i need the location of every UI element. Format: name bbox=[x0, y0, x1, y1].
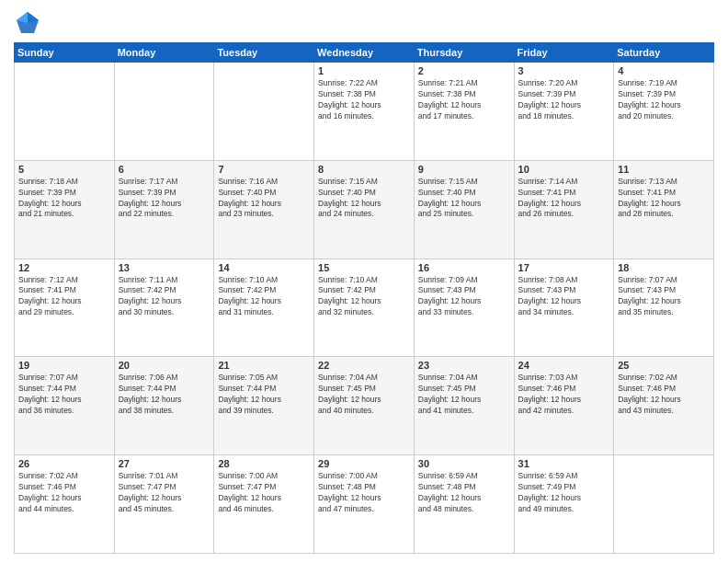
calendar-cell: 15Sunrise: 7:10 AM Sunset: 7:42 PM Dayli… bbox=[314, 259, 415, 357]
weekday-header: Saturday bbox=[614, 43, 714, 63]
calendar-cell: 25Sunrise: 7:02 AM Sunset: 7:46 PM Dayli… bbox=[614, 357, 714, 455]
calendar-cell: 12Sunrise: 7:12 AM Sunset: 7:41 PM Dayli… bbox=[15, 259, 115, 357]
weekday-header: Tuesday bbox=[214, 43, 314, 63]
day-number: 24 bbox=[518, 360, 610, 371]
logo-icon bbox=[14, 9, 41, 37]
day-info: Sunrise: 6:59 AM Sunset: 7:48 PM Dayligh… bbox=[418, 471, 510, 515]
day-number: 10 bbox=[518, 164, 610, 175]
day-info: Sunrise: 7:10 AM Sunset: 7:42 PM Dayligh… bbox=[218, 275, 310, 319]
day-info: Sunrise: 7:10 AM Sunset: 7:42 PM Dayligh… bbox=[318, 275, 410, 319]
day-number: 20 bbox=[119, 360, 210, 371]
day-info: Sunrise: 6:59 AM Sunset: 7:49 PM Dayligh… bbox=[518, 471, 610, 515]
day-info: Sunrise: 7:15 AM Sunset: 7:40 PM Dayligh… bbox=[318, 177, 410, 221]
calendar-cell: 30Sunrise: 6:59 AM Sunset: 7:48 PM Dayli… bbox=[414, 455, 514, 554]
calendar-cell: 13Sunrise: 7:11 AM Sunset: 7:42 PM Dayli… bbox=[114, 259, 214, 357]
day-info: Sunrise: 7:02 AM Sunset: 7:46 PM Dayligh… bbox=[618, 373, 710, 417]
day-number: 2 bbox=[418, 65, 510, 76]
day-number: 31 bbox=[518, 458, 610, 469]
day-number: 3 bbox=[518, 65, 610, 76]
day-info: Sunrise: 7:17 AM Sunset: 7:39 PM Dayligh… bbox=[119, 177, 210, 221]
day-info: Sunrise: 7:00 AM Sunset: 7:47 PM Dayligh… bbox=[218, 471, 310, 515]
day-number: 26 bbox=[18, 458, 110, 469]
calendar-cell bbox=[614, 455, 714, 554]
day-info: Sunrise: 7:16 AM Sunset: 7:40 PM Dayligh… bbox=[218, 177, 310, 221]
day-info: Sunrise: 7:13 AM Sunset: 7:41 PM Dayligh… bbox=[618, 177, 710, 221]
calendar-cell: 29Sunrise: 7:00 AM Sunset: 7:48 PM Dayli… bbox=[314, 455, 415, 554]
day-info: Sunrise: 7:02 AM Sunset: 7:46 PM Dayligh… bbox=[18, 471, 110, 515]
weekday-header: Friday bbox=[514, 43, 614, 63]
calendar-cell: 5Sunrise: 7:18 AM Sunset: 7:39 PM Daylig… bbox=[15, 160, 115, 259]
day-number: 28 bbox=[218, 458, 310, 469]
calendar-cell: 18Sunrise: 7:07 AM Sunset: 7:43 PM Dayli… bbox=[614, 259, 714, 357]
calendar-week-row: 1Sunrise: 7:22 AM Sunset: 7:38 PM Daylig… bbox=[15, 63, 714, 161]
calendar-cell: 9Sunrise: 7:15 AM Sunset: 7:40 PM Daylig… bbox=[414, 160, 514, 259]
day-number: 12 bbox=[18, 262, 110, 273]
page: SundayMondayTuesdayWednesdayThursdayFrid… bbox=[0, 0, 728, 563]
day-info: Sunrise: 7:03 AM Sunset: 7:46 PM Dayligh… bbox=[518, 373, 610, 417]
calendar-cell: 21Sunrise: 7:05 AM Sunset: 7:44 PM Dayli… bbox=[214, 357, 314, 455]
calendar-cell: 3Sunrise: 7:20 AM Sunset: 7:39 PM Daylig… bbox=[514, 63, 614, 161]
calendar-cell: 20Sunrise: 7:06 AM Sunset: 7:44 PM Dayli… bbox=[114, 357, 214, 455]
calendar-table: SundayMondayTuesdayWednesdayThursdayFrid… bbox=[14, 42, 714, 554]
day-number: 23 bbox=[418, 360, 510, 371]
calendar-cell: 24Sunrise: 7:03 AM Sunset: 7:46 PM Dayli… bbox=[514, 357, 614, 455]
calendar-week-row: 26Sunrise: 7:02 AM Sunset: 7:46 PM Dayli… bbox=[15, 455, 714, 554]
day-info: Sunrise: 7:05 AM Sunset: 7:44 PM Dayligh… bbox=[218, 373, 310, 417]
day-info: Sunrise: 7:07 AM Sunset: 7:43 PM Dayligh… bbox=[618, 275, 710, 319]
day-info: Sunrise: 7:00 AM Sunset: 7:48 PM Dayligh… bbox=[318, 471, 410, 515]
day-number: 21 bbox=[218, 360, 310, 371]
weekday-header: Thursday bbox=[414, 43, 514, 63]
weekday-header: Monday bbox=[114, 43, 214, 63]
day-number: 27 bbox=[119, 458, 210, 469]
day-number: 4 bbox=[618, 65, 710, 76]
day-number: 1 bbox=[318, 65, 410, 76]
weekday-header: Wednesday bbox=[314, 43, 415, 63]
day-info: Sunrise: 7:06 AM Sunset: 7:44 PM Dayligh… bbox=[119, 373, 210, 417]
day-number: 9 bbox=[418, 164, 510, 175]
day-number: 25 bbox=[618, 360, 710, 371]
calendar-cell: 28Sunrise: 7:00 AM Sunset: 7:47 PM Dayli… bbox=[214, 455, 314, 554]
calendar-cell: 19Sunrise: 7:07 AM Sunset: 7:44 PM Dayli… bbox=[15, 357, 115, 455]
calendar-cell: 22Sunrise: 7:04 AM Sunset: 7:45 PM Dayli… bbox=[314, 357, 415, 455]
day-number: 6 bbox=[119, 164, 210, 175]
calendar-week-row: 12Sunrise: 7:12 AM Sunset: 7:41 PM Dayli… bbox=[15, 259, 714, 357]
calendar-cell bbox=[15, 63, 115, 161]
day-number: 15 bbox=[318, 262, 410, 273]
calendar-cell: 26Sunrise: 7:02 AM Sunset: 7:46 PM Dayli… bbox=[15, 455, 115, 554]
day-info: Sunrise: 7:11 AM Sunset: 7:42 PM Dayligh… bbox=[119, 275, 210, 319]
calendar-cell: 8Sunrise: 7:15 AM Sunset: 7:40 PM Daylig… bbox=[314, 160, 415, 259]
calendar-cell: 2Sunrise: 7:21 AM Sunset: 7:38 PM Daylig… bbox=[414, 63, 514, 161]
day-number: 13 bbox=[119, 262, 210, 273]
calendar-cell: 10Sunrise: 7:14 AM Sunset: 7:41 PM Dayli… bbox=[514, 160, 614, 259]
calendar-cell bbox=[214, 63, 314, 161]
day-info: Sunrise: 7:09 AM Sunset: 7:43 PM Dayligh… bbox=[418, 275, 510, 319]
day-info: Sunrise: 7:04 AM Sunset: 7:45 PM Dayligh… bbox=[418, 373, 510, 417]
day-number: 14 bbox=[218, 262, 310, 273]
day-number: 5 bbox=[18, 164, 110, 175]
day-number: 30 bbox=[418, 458, 510, 469]
calendar-cell bbox=[114, 63, 214, 161]
day-info: Sunrise: 7:22 AM Sunset: 7:38 PM Dayligh… bbox=[318, 78, 410, 122]
day-number: 7 bbox=[218, 164, 310, 175]
day-number: 18 bbox=[618, 262, 710, 273]
calendar-cell: 4Sunrise: 7:19 AM Sunset: 7:39 PM Daylig… bbox=[614, 63, 714, 161]
calendar-cell: 16Sunrise: 7:09 AM Sunset: 7:43 PM Dayli… bbox=[414, 259, 514, 357]
calendar-cell: 17Sunrise: 7:08 AM Sunset: 7:43 PM Dayli… bbox=[514, 259, 614, 357]
day-info: Sunrise: 7:14 AM Sunset: 7:41 PM Dayligh… bbox=[518, 177, 610, 221]
day-number: 19 bbox=[18, 360, 110, 371]
weekday-header-row: SundayMondayTuesdayWednesdayThursdayFrid… bbox=[15, 43, 714, 63]
day-info: Sunrise: 7:15 AM Sunset: 7:40 PM Dayligh… bbox=[418, 177, 510, 221]
day-info: Sunrise: 7:04 AM Sunset: 7:45 PM Dayligh… bbox=[318, 373, 410, 417]
calendar-cell: 14Sunrise: 7:10 AM Sunset: 7:42 PM Dayli… bbox=[214, 259, 314, 357]
day-number: 22 bbox=[318, 360, 410, 371]
day-number: 17 bbox=[518, 262, 610, 273]
day-info: Sunrise: 7:21 AM Sunset: 7:38 PM Dayligh… bbox=[418, 78, 510, 122]
calendar-cell: 11Sunrise: 7:13 AM Sunset: 7:41 PM Dayli… bbox=[614, 160, 714, 259]
calendar-cell: 23Sunrise: 7:04 AM Sunset: 7:45 PM Dayli… bbox=[414, 357, 514, 455]
day-number: 16 bbox=[418, 262, 510, 273]
day-info: Sunrise: 7:01 AM Sunset: 7:47 PM Dayligh… bbox=[119, 471, 210, 515]
header bbox=[14, 9, 714, 37]
calendar-cell: 7Sunrise: 7:16 AM Sunset: 7:40 PM Daylig… bbox=[214, 160, 314, 259]
calendar-cell: 1Sunrise: 7:22 AM Sunset: 7:38 PM Daylig… bbox=[314, 63, 415, 161]
day-info: Sunrise: 7:07 AM Sunset: 7:44 PM Dayligh… bbox=[18, 373, 110, 417]
